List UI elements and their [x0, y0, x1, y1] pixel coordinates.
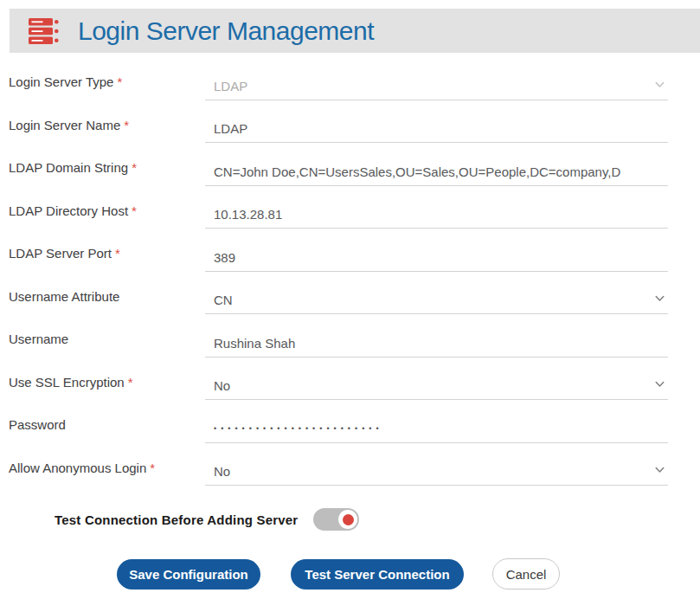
chevron-down-icon	[655, 467, 665, 473]
field-label: Login Server Name*	[9, 118, 129, 132]
field-label-text: Allow Anonymous Login	[9, 461, 146, 475]
input-ldap-directory-host[interactable]: 10.13.28.81	[205, 186, 668, 229]
select-login-server-type: LDAP	[205, 57, 668, 100]
form-row-username-attribute: Username AttributeCN	[0, 272, 700, 315]
required-asterisk: *	[115, 246, 120, 261]
form-row-ldap-domain-string: LDAP Domain String*CN=John Doe,CN=UsersS…	[0, 143, 700, 186]
field-label-text: Use SSL Encryption	[9, 375, 125, 390]
field-value: CN=John Doe,CN=UsersSales,OU=Sales,OU=Pe…	[214, 164, 620, 179]
required-asterisk: *	[117, 74, 122, 89]
field-label-text: LDAP Server Port	[9, 246, 112, 261]
form-row-login-server-name: Login Server Name*LDAP	[0, 100, 700, 144]
action-buttons: Save Configuration Test Server Connectio…	[117, 558, 700, 589]
field-label: LDAP Directory Host*	[9, 203, 137, 218]
field-label: Allow Anonymous Login*	[9, 461, 155, 475]
form-row-allow-anonymous-login: Allow Anonymous Login*No	[0, 443, 700, 486]
field-label-text: LDAP Directory Host	[9, 203, 128, 218]
required-asterisk: *	[128, 375, 133, 390]
page-header: Login Server Management	[10, 9, 700, 53]
field-value: CN	[214, 293, 233, 307]
form-row-login-server-type: Login Server Type*LDAP	[0, 57, 700, 100]
input-ldap-server-port[interactable]: 389	[205, 229, 668, 272]
field-label-text: LDAP Domain String	[9, 160, 128, 175]
field-value: 389	[214, 250, 235, 265]
chevron-down-icon	[655, 381, 665, 388]
field-value: No	[214, 378, 230, 393]
form-row-ldap-directory-host: LDAP Directory Host*10.13.28.81	[0, 186, 700, 229]
input-username[interactable]: Rushina Shah	[205, 314, 668, 358]
form-row-use-ssl-encryption: Use SSL Encryption*No	[0, 358, 700, 401]
input-login-server-name[interactable]: LDAP	[205, 100, 668, 144]
test-server-connection-button[interactable]: Test Server Connection	[291, 559, 464, 589]
required-asterisk: *	[150, 461, 155, 475]
select-allow-anonymous-login[interactable]: No	[205, 443, 668, 486]
field-value: No	[214, 464, 230, 479]
server-stack-icon	[29, 17, 61, 45]
form-row-password: Password••••••••••••••••••••••••	[0, 400, 700, 443]
cancel-button[interactable]: Cancel	[492, 558, 560, 589]
toggle-knob	[338, 510, 357, 529]
field-value: LDAP	[214, 79, 247, 93]
page-title: Login Server Management	[78, 16, 374, 46]
test-connection-toggle[interactable]	[313, 508, 359, 531]
required-asterisk: *	[124, 118, 129, 132]
field-label-text: Login Server Name	[9, 118, 120, 132]
field-value: LDAP	[214, 121, 247, 136]
field-label: LDAP Server Port*	[9, 246, 120, 261]
toggle-row: Test Connection Before Adding Server	[55, 508, 700, 531]
login-server-management-page: Login Server Management Login Server Typ…	[0, 9, 700, 589]
field-value: Rushina Shah	[214, 336, 295, 351]
field-label-text: Login Server Type	[9, 74, 113, 89]
field-label: Username Attribute	[9, 289, 119, 304]
field-label: Use SSL Encryption*	[9, 375, 133, 390]
form-row-username: UsernameRushina Shah	[0, 314, 700, 358]
field-label-text: Username	[9, 332, 68, 346]
input-password[interactable]: ••••••••••••••••••••••••	[205, 400, 668, 443]
select-username-attribute[interactable]: CN	[205, 272, 668, 315]
login-server-form: Login Server Type*LDAPLogin Server Name*…	[0, 57, 700, 486]
required-asterisk: *	[132, 203, 137, 218]
field-label: Password	[9, 417, 66, 432]
chevron-down-icon	[655, 295, 665, 302]
field-label-text: Password	[9, 417, 66, 432]
toggle-dot	[343, 514, 354, 525]
field-value: ••••••••••••••••••••••••	[214, 424, 383, 433]
form-row-ldap-server-port: LDAP Server Port*389	[0, 229, 700, 272]
save-configuration-button[interactable]: Save Configuration	[117, 559, 260, 589]
chevron-down-icon	[655, 81, 665, 88]
required-asterisk: *	[132, 160, 137, 175]
field-label: Login Server Type*	[9, 74, 122, 89]
field-label: Username	[9, 332, 68, 346]
select-use-ssl-encryption[interactable]: No	[205, 358, 668, 401]
field-value: 10.13.28.81	[214, 207, 282, 222]
toggle-label: Test Connection Before Adding Server	[55, 512, 298, 527]
input-ldap-domain-string[interactable]: CN=John Doe,CN=UsersSales,OU=Sales,OU=Pe…	[205, 143, 668, 186]
field-label: LDAP Domain String*	[9, 160, 137, 175]
field-label-text: Username Attribute	[9, 289, 119, 304]
